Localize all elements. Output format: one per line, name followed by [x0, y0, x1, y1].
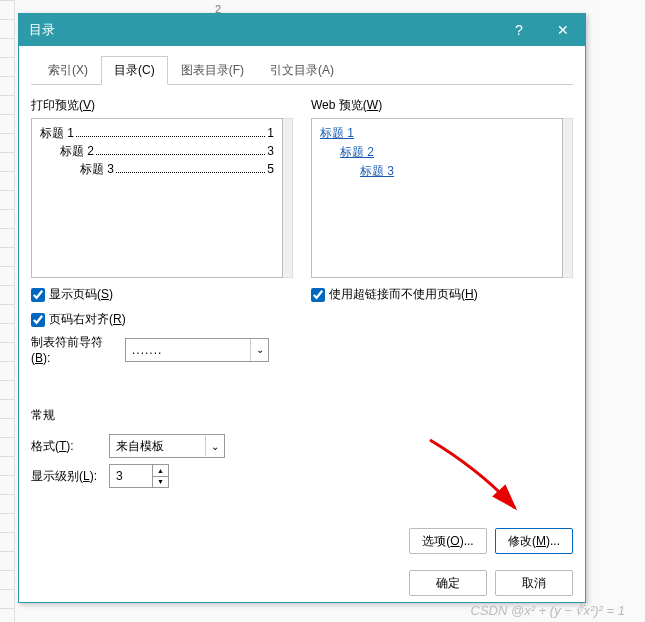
help-button[interactable]: ?: [497, 14, 541, 46]
format-select[interactable]: 来自模板 ⌄: [109, 434, 225, 458]
right-align-label: 页码右对齐(R): [49, 311, 126, 328]
general-section-label: 常规: [31, 407, 573, 424]
right-align-checkbox[interactable]: [31, 313, 45, 327]
show-page-numbers-label: 显示页码(S): [49, 286, 113, 303]
chevron-down-icon[interactable]: ⌄: [205, 436, 223, 456]
options-button[interactable]: 选项(O)...: [409, 528, 487, 554]
toc-dialog: 目录 ? ✕ 索引(X) 目录(C) 图表目录(F) 引文目录(A) 打印预览(…: [18, 13, 586, 603]
hyperlinks-label: 使用超链接而不使用页码(H): [329, 286, 478, 303]
modify-button[interactable]: 修改(M)...: [495, 528, 573, 554]
toc-entry: 标题 35: [40, 161, 274, 178]
tab-figures[interactable]: 图表目录(F): [168, 56, 257, 85]
web-link[interactable]: 标题 1: [320, 125, 554, 142]
spinner-down-icon[interactable]: ▼: [153, 476, 169, 489]
leader-input[interactable]: [125, 338, 269, 362]
web-preview-panel: Web 预览(W) 标题 1 标题 2 标题 3 使用超链接而不使用页码(H): [311, 97, 573, 365]
format-label: 格式(T):: [31, 438, 103, 455]
cancel-button[interactable]: 取消: [495, 570, 573, 596]
scrollbar[interactable]: [563, 118, 573, 278]
web-preview-label: Web 预览(W): [311, 97, 573, 114]
print-preview-box: 标题 11 标题 23 标题 35: [31, 118, 283, 278]
print-preview-panel: 打印预览(V) 标题 11 标题 23 标题 35: [31, 97, 293, 365]
close-button[interactable]: ✕: [541, 14, 585, 46]
dialog-footer: 确定 取消: [19, 564, 585, 602]
tab-strip: 索引(X) 目录(C) 图表目录(F) 引文目录(A): [31, 56, 573, 85]
titlebar: 目录 ? ✕: [19, 14, 585, 46]
web-preview-box: 标题 1 标题 2 标题 3: [311, 118, 563, 278]
hyperlinks-checkbox[interactable]: [311, 288, 325, 302]
spinner-up-icon[interactable]: ▲: [153, 464, 169, 476]
web-link[interactable]: 标题 3: [360, 163, 554, 180]
levels-label: 显示级别(L):: [31, 468, 103, 485]
ok-button[interactable]: 确定: [409, 570, 487, 596]
web-link[interactable]: 标题 2: [340, 144, 554, 161]
leader-label: 制表符前导符(B):: [31, 334, 119, 365]
print-preview-label: 打印预览(V): [31, 97, 293, 114]
levels-input[interactable]: [109, 464, 153, 488]
scrollbar[interactable]: [283, 118, 293, 278]
dialog-title: 目录: [29, 21, 497, 39]
levels-spinner[interactable]: ▲ ▼: [109, 464, 169, 488]
chevron-down-icon[interactable]: ⌄: [250, 339, 268, 361]
tab-citations[interactable]: 引文目录(A): [257, 56, 347, 85]
toc-entry: 标题 11: [40, 125, 274, 142]
tab-toc[interactable]: 目录(C): [101, 56, 168, 85]
leader-select[interactable]: ⌄: [125, 338, 269, 362]
show-page-numbers-checkbox[interactable]: [31, 288, 45, 302]
tab-index[interactable]: 索引(X): [35, 56, 101, 85]
toc-entry: 标题 23: [40, 143, 274, 160]
